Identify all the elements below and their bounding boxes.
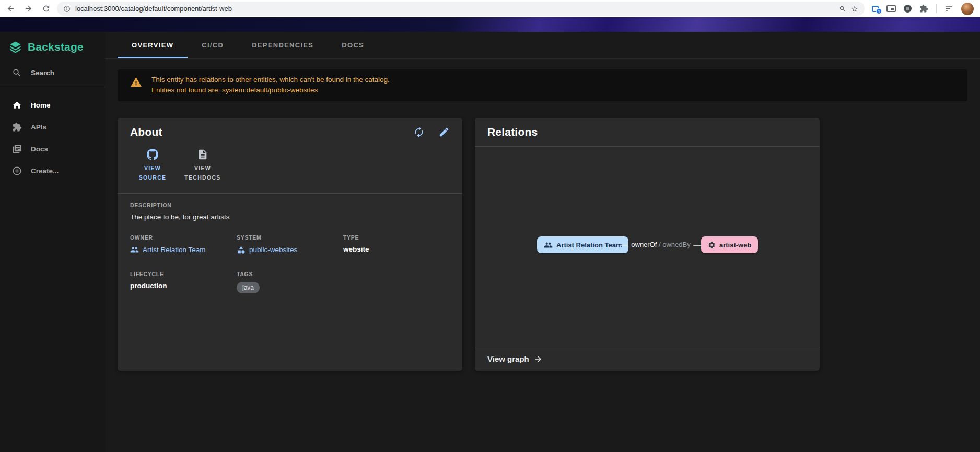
description-value: The place to be, for great artists bbox=[130, 213, 450, 221]
sidebar-create-label: Create... bbox=[31, 167, 59, 175]
zoom-icon[interactable] bbox=[839, 5, 846, 13]
toolbar-divider bbox=[936, 4, 937, 13]
tag-chip: java bbox=[237, 282, 260, 293]
system-value: public-websites bbox=[249, 246, 297, 254]
tags-field: TAGS java bbox=[237, 271, 343, 293]
sidebar-search-label: Search bbox=[31, 69, 54, 77]
url-text: localhost:3000/catalog/default/component… bbox=[75, 5, 232, 13]
browser-action-icons: 1 bbox=[872, 3, 974, 15]
about-body: DESCRIPTION The place to be, for great a… bbox=[118, 194, 462, 306]
sidebar-item-create[interactable]: Create... bbox=[0, 160, 105, 182]
sidebar-item-search[interactable]: Search bbox=[0, 62, 105, 83]
system-label: SYSTEM bbox=[237, 234, 343, 241]
extension-circle-glyph bbox=[904, 5, 912, 13]
relations-graph: Artist Relation Team ownerOf / ownedBy a… bbox=[475, 147, 820, 347]
view-graph-label: View graph bbox=[487, 354, 529, 363]
view-source-button[interactable]: VIEW SOURCE bbox=[130, 146, 175, 187]
warning-icon bbox=[130, 76, 142, 88]
search-icon bbox=[12, 68, 22, 78]
github-icon bbox=[147, 149, 158, 160]
home-icon bbox=[12, 100, 22, 110]
back-icon[interactable] bbox=[6, 4, 15, 13]
edge-label-secondary: ownedBy bbox=[662, 241, 690, 248]
lifecycle-field: LIFECYCLE production bbox=[130, 271, 237, 293]
graph-node-owner-label: Artist Relation Team bbox=[556, 241, 622, 249]
techdocs-icon bbox=[197, 149, 208, 160]
view-source-label: VIEW SOURCE bbox=[131, 164, 174, 183]
warning-line-2: Entities not found are: system:default/p… bbox=[151, 85, 390, 96]
system-field: SYSTEM public-websites bbox=[237, 234, 343, 256]
sidebar-item-home[interactable]: Home bbox=[0, 94, 105, 116]
view-techdocs-label: VIEW TECHDOCS bbox=[181, 164, 224, 183]
warning-line-1: This entity has relations to other entit… bbox=[151, 75, 390, 85]
page-info-icon[interactable] bbox=[63, 5, 71, 13]
tags-label: TAGS bbox=[237, 271, 343, 277]
refresh-icon[interactable] bbox=[413, 126, 425, 138]
gear-icon bbox=[708, 241, 716, 249]
entity-tabbar: OVERVIEW CI/CD DEPENDENCIES DOCS bbox=[105, 32, 980, 59]
lifecycle-label: LIFECYCLE bbox=[130, 271, 237, 277]
graph-node-owner[interactable]: Artist Relation Team bbox=[537, 236, 628, 253]
type-label: TYPE bbox=[343, 234, 450, 241]
tab-docs[interactable]: DOCS bbox=[328, 32, 378, 58]
pip-glyph bbox=[886, 5, 896, 12]
add-circle-icon bbox=[12, 166, 22, 176]
browser-profile-avatar[interactable] bbox=[961, 3, 974, 15]
about-title: About bbox=[130, 126, 162, 138]
relations-card-header: Relations bbox=[475, 118, 820, 147]
owner-label: OWNER bbox=[130, 234, 237, 241]
sidebar: Backstage Search Home APIs Docs Create bbox=[0, 32, 105, 452]
screen: localhost:3000/catalog/default/component… bbox=[0, 0, 980, 452]
sidebar-divider bbox=[0, 87, 105, 87]
reload-icon[interactable] bbox=[42, 4, 51, 13]
tab-overview-label: OVERVIEW bbox=[132, 41, 173, 49]
reading-list-icon[interactable] bbox=[944, 4, 953, 13]
bookmark-star-icon[interactable] bbox=[851, 5, 858, 13]
owner-value: Artist Relation Team bbox=[143, 246, 206, 254]
sidebar-item-docs[interactable]: Docs bbox=[0, 138, 105, 160]
header-gradient-band bbox=[0, 17, 980, 32]
extension-circle-icon[interactable] bbox=[904, 5, 912, 13]
owner-link[interactable]: Artist Relation Team bbox=[130, 245, 206, 254]
owner-field: OWNER Artist Relation Team bbox=[130, 234, 237, 256]
badge-counter-icon[interactable]: 1 bbox=[872, 6, 879, 12]
system-link[interactable]: public-websites bbox=[237, 245, 297, 254]
tab-dependencies[interactable]: DEPENDENCIES bbox=[238, 32, 328, 58]
about-field-grid: OWNER Artist Relation Team SYSTEM bbox=[130, 234, 450, 293]
tab-cicd[interactable]: CI/CD bbox=[188, 32, 238, 58]
group-icon bbox=[544, 241, 553, 249]
edge-label-separator: / bbox=[657, 241, 662, 248]
sidebar-apis-label: APIs bbox=[31, 123, 46, 131]
relations-card: Relations Artist Relation Team ownerOf /… bbox=[475, 118, 820, 371]
about-card-header: About bbox=[118, 118, 462, 145]
main-content: OVERVIEW CI/CD DEPENDENCIES DOCS This en… bbox=[105, 32, 980, 452]
arrow-right-icon bbox=[533, 354, 543, 364]
empty-field bbox=[343, 271, 450, 293]
relations-title: Relations bbox=[487, 126, 538, 138]
type-field: TYPE website bbox=[343, 234, 450, 256]
edit-icon[interactable] bbox=[438, 126, 450, 138]
warning-banner[interactable]: This entity has relations to other entit… bbox=[118, 69, 967, 101]
description-field: DESCRIPTION The place to be, for great a… bbox=[130, 202, 450, 221]
backstage-logo-icon bbox=[8, 40, 22, 54]
tab-docs-label: DOCS bbox=[342, 41, 364, 49]
forward-icon[interactable] bbox=[24, 4, 33, 13]
tab-overview[interactable]: OVERVIEW bbox=[118, 32, 188, 58]
badge-count: 1 bbox=[876, 8, 882, 14]
backstage-logo[interactable]: Backstage bbox=[0, 32, 105, 62]
about-card: About VIEW SOURC bbox=[118, 118, 462, 371]
logo-text: Backstage bbox=[28, 41, 84, 53]
view-techdocs-button[interactable]: VIEW TECHDOCS bbox=[180, 146, 225, 187]
sidebar-item-apis[interactable]: APIs bbox=[0, 116, 105, 138]
graph-edge-label: ownerOf / ownedBy bbox=[628, 240, 693, 249]
graph-node-component[interactable]: artist-web bbox=[701, 236, 758, 253]
extensions-puzzle-icon[interactable] bbox=[919, 4, 928, 13]
view-graph-link[interactable]: View graph bbox=[475, 347, 820, 371]
url-bar[interactable]: localhost:3000/catalog/default/component… bbox=[57, 2, 865, 16]
about-header-actions bbox=[413, 126, 450, 138]
browser-toolbar: localhost:3000/catalog/default/component… bbox=[0, 0, 980, 17]
group-icon bbox=[130, 245, 139, 254]
warning-text: This entity has relations to other entit… bbox=[151, 75, 390, 96]
cards-row: About VIEW SOURC bbox=[118, 118, 967, 371]
pip-icon[interactable] bbox=[886, 5, 896, 12]
